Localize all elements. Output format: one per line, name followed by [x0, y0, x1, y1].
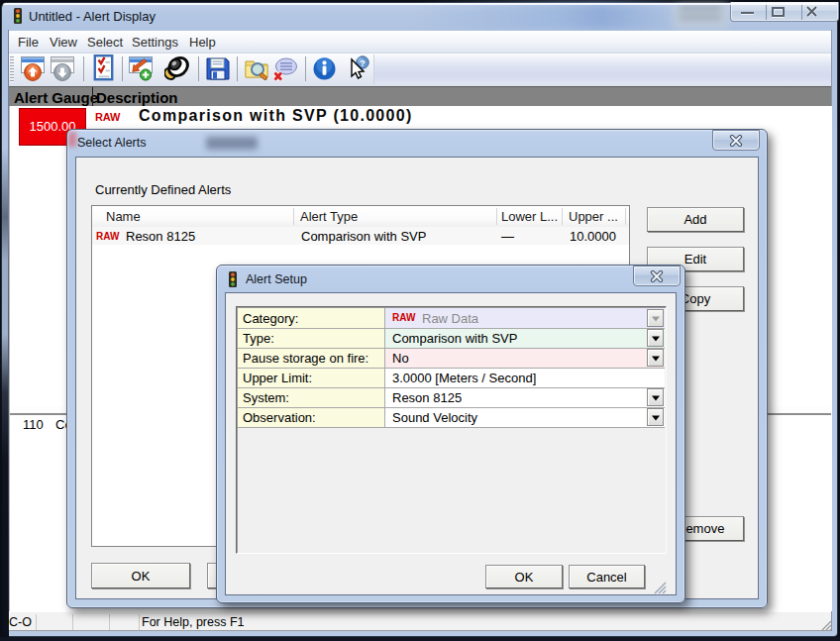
- svg-text:?: ?: [360, 57, 366, 68]
